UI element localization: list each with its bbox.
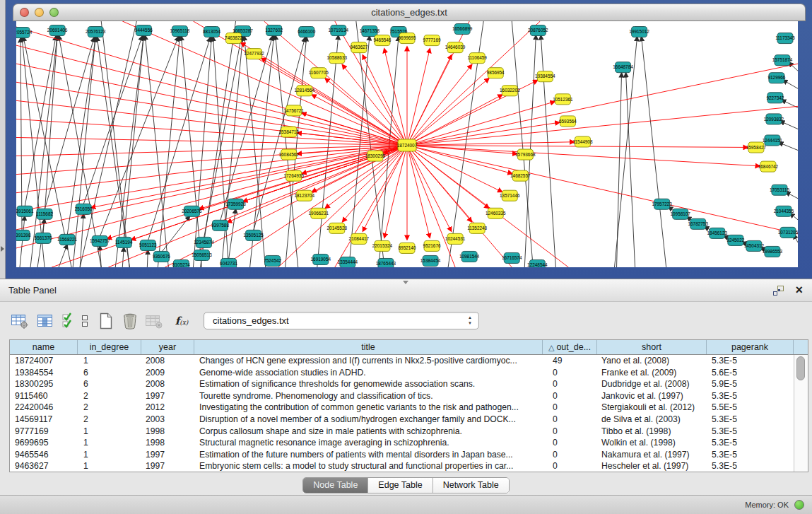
table-cell[interactable]: 9463627: [10, 460, 78, 472]
table-cell[interactable]: 1: [78, 449, 141, 461]
column-header-pagerank[interactable]: pagerank: [707, 340, 794, 354]
table-row[interactable]: 911546021997Tourette syndrome. Phenomeno…: [10, 390, 794, 402]
tab-edge-table[interactable]: Edge Table: [367, 478, 432, 493]
table-scrollbar[interactable]: [794, 355, 808, 472]
table-cell[interactable]: Corpus callosum shape and size in male p…: [194, 426, 543, 438]
table-cell[interactable]: 19384554: [10, 367, 78, 379]
table-cell[interactable]: Tibbo et al. (1998): [597, 426, 707, 438]
table-cell[interactable]: Disruption of a novel member of a sodium…: [194, 414, 543, 426]
table-settings-icon[interactable]: [10, 311, 30, 331]
delete-trash-icon[interactable]: [120, 311, 140, 331]
citation-network-graph[interactable]: 1205572420691406205761239444556109651188…: [16, 21, 798, 267]
splitpane-collapse-icon[interactable]: [1, 246, 4, 252]
column-header-year[interactable]: year: [141, 340, 194, 354]
table-panel-header[interactable]: Table Panel ×: [0, 279, 812, 302]
table-cell[interactable]: de Silva et al. (2003): [597, 414, 707, 426]
column-header-out_de[interactable]: △out_de...: [543, 340, 597, 354]
table-row[interactable]: 946554611997Estimation of the future num…: [10, 449, 794, 461]
table-cell[interactable]: Dudbridge et al. (2008): [597, 378, 707, 390]
table-cell[interactable]: 9777169: [10, 426, 78, 438]
table-cell[interactable]: 49: [543, 355, 597, 367]
table-cell[interactable]: 0: [543, 367, 597, 379]
column-header-in_degree[interactable]: in_degree: [78, 340, 141, 354]
table-cell[interactable]: 5.3E-5: [707, 414, 794, 426]
table-cell[interactable]: 6: [78, 367, 141, 379]
table-cell[interactable]: 0: [543, 414, 597, 426]
table-cell[interactable]: 5.3E-5: [707, 460, 794, 472]
table-row[interactable]: 969969511998Structural magnetic resonanc…: [10, 437, 794, 449]
table-selector-dropdown[interactable]: citations_edges.txt ▲ ▼: [204, 312, 479, 329]
column-visibility-icon[interactable]: [35, 311, 55, 331]
zoom-window-button[interactable]: [49, 8, 59, 17]
network-canvas[interactable]: 1205572420691406205761239444556109651188…: [16, 21, 798, 267]
table-cell[interactable]: 2: [78, 414, 141, 426]
table-cell[interactable]: Genome-wide association studies in ADHD.: [194, 367, 543, 379]
table-cell[interactable]: 1: [78, 355, 141, 367]
table-cell[interactable]: 1: [78, 426, 141, 438]
table-cell[interactable]: Yano et al. (2008): [597, 355, 707, 367]
table-cell[interactable]: 1998: [141, 437, 194, 449]
network-window-titlebar[interactable]: citations_edges.txt: [13, 4, 806, 21]
column-handle-icon[interactable]: [79, 311, 90, 331]
memory-ok-indicator-icon[interactable]: [794, 500, 804, 510]
function-builder-icon[interactable]: f(x): [170, 311, 194, 331]
table-cell[interactable]: 0: [543, 402, 597, 414]
table-cell[interactable]: Structural magnetic resonance image aver…: [194, 437, 543, 449]
table-cell[interactable]: 22420046: [10, 402, 78, 414]
table-cell[interactable]: 1: [78, 460, 141, 472]
table-cell[interactable]: 1998: [141, 426, 194, 438]
table-cell[interactable]: 1997: [141, 390, 194, 402]
table-cell[interactable]: 9115460: [10, 390, 78, 402]
table-row[interactable]: 2242004622012Investigating the contribut…: [10, 402, 794, 414]
table-cell[interactable]: 18300295: [10, 378, 78, 390]
table-cell[interactable]: Estimation of the future numbers of pati…: [194, 449, 543, 461]
table-cell[interactable]: 1997: [141, 449, 194, 461]
table-cell[interactable]: 9465546: [10, 449, 78, 461]
table-cell[interactable]: Changes of HCN gene expression and I(f) …: [194, 355, 543, 367]
column-header-short[interactable]: short: [597, 340, 707, 354]
table-row[interactable]: 946362711997Embryonic stem cells: a mode…: [10, 460, 794, 472]
table-cell[interactable]: Hescheler et al. (1997): [597, 460, 707, 472]
table-cell[interactable]: 5.3E-5: [707, 390, 794, 402]
table-cell[interactable]: 14569117: [10, 414, 78, 426]
table-cell[interactable]: Nakamura et al. (1997): [597, 449, 707, 461]
table-cell[interactable]: 0: [543, 426, 597, 438]
table-cell[interactable]: 2009: [141, 367, 194, 379]
table-cell[interactable]: Wolkin et al. (1998): [597, 437, 707, 449]
table-cell[interactable]: 5.3E-5: [707, 449, 794, 461]
table-cell[interactable]: 9699695: [10, 437, 78, 449]
column-header-name[interactable]: name: [10, 340, 78, 354]
table-cell[interactable]: 0: [543, 437, 597, 449]
table-row[interactable]: 1456911722003Disruption of a novel membe…: [10, 414, 794, 426]
table-cell[interactable]: 18724007: [10, 355, 78, 367]
table-row[interactable]: 1830029562008Estimation of significance …: [10, 378, 794, 390]
table-cell[interactable]: Franke et al. (2009): [597, 367, 707, 379]
new-table-icon[interactable]: [96, 311, 116, 331]
table-cell[interactable]: 0: [543, 460, 597, 472]
table-cell[interactable]: 2: [78, 390, 141, 402]
table-cell[interactable]: 5.9E-5: [707, 378, 794, 390]
table-cell[interactable]: Stergiakouli et al. (2012): [597, 402, 707, 414]
table-row[interactable]: 1938455462009Genome-wide association stu…: [10, 367, 794, 379]
table-cell[interactable]: 0: [543, 378, 597, 390]
table-cell[interactable]: 5.3E-5: [707, 355, 794, 367]
table-cell[interactable]: 5.3E-5: [707, 426, 794, 438]
column-header-title[interactable]: title: [194, 340, 543, 354]
table-cell[interactable]: Embryonic stem cells: a model to study s…: [194, 460, 543, 472]
table-cell[interactable]: 1997: [141, 460, 194, 472]
table-cell[interactable]: 2008: [141, 378, 194, 390]
table-cell[interactable]: 6: [78, 378, 141, 390]
float-panel-icon[interactable]: [773, 286, 784, 296]
table-cell[interactable]: Investigating the contribution of common…: [194, 402, 543, 414]
tab-network-table[interactable]: Network Table: [433, 478, 509, 493]
table-cell[interactable]: 1: [78, 437, 141, 449]
table-cell[interactable]: 2012: [141, 402, 194, 414]
minimize-window-button[interactable]: [35, 8, 44, 17]
table-cell[interactable]: Tourette syndrome. Phenomenology and cla…: [194, 390, 543, 402]
table-cell[interactable]: 0: [543, 449, 597, 461]
table-cell[interactable]: Estimation of significance thresholds fo…: [194, 378, 543, 390]
table-cell[interactable]: 5.3E-5: [707, 437, 794, 449]
table-cell[interactable]: 5.6E-5: [707, 367, 794, 379]
table-row[interactable]: 1872400712008Changes of HCN gene express…: [10, 355, 794, 367]
table-cell[interactable]: Jankovic et al. (1997): [597, 390, 707, 402]
